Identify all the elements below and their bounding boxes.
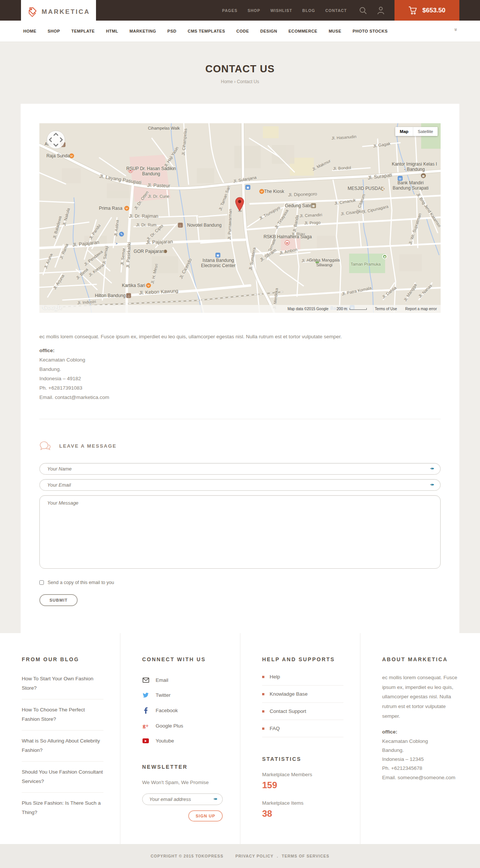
about-office-line: Email. someone@someone.com xyxy=(382,773,464,782)
dot-poi-icon xyxy=(164,250,167,253)
about-office-block: office: Kecamatan CoblongBandung.Indones… xyxy=(382,728,464,782)
social-link-email[interactable]: Email xyxy=(142,673,224,687)
blog-link[interactable]: Should You Use Fashion Consultant Servic… xyxy=(22,762,104,793)
map-label: Jl. Dr. Curie xyxy=(148,194,169,199)
main-nav: HOMESHOPTEMPLATEHTMLMARKETINGPSDCMS TEMP… xyxy=(0,21,480,42)
twitter-icon xyxy=(142,692,149,698)
google-map[interactable]: Cihampelas WalkJl. HasanudinJl. Haji Yas… xyxy=(39,123,441,313)
search-icon xyxy=(359,6,367,15)
footer-connect-column: CONNECT WITH US Email Twitter xyxy=(120,633,240,844)
newsletter-email-input[interactable] xyxy=(142,793,223,805)
about-office-label: office: xyxy=(382,728,464,737)
map-roads xyxy=(39,123,441,313)
map-type-control: Map Satellite xyxy=(395,127,438,136)
statistic-label: Marketplace Items xyxy=(262,800,344,806)
map-attribution: Map data ©2015 Google 200 m Terms of Use… xyxy=(39,305,441,313)
map-label: RSKB Halmahera Siaga xyxy=(264,234,312,239)
cart-button[interactable]: $653.50 xyxy=(394,0,459,21)
help-link[interactable]: Contact Support xyxy=(262,703,344,720)
map-label: Kantor Imigrasi Kelas I - Bandung xyxy=(391,161,438,172)
about-office-line: Indonesia – 12345 xyxy=(382,755,464,764)
main-nav-item[interactable]: ECOMMERCE xyxy=(288,29,317,33)
footer-about-column: ABOUT MARKETICA ec mollis lorem consequa… xyxy=(360,633,480,844)
main-nav-item[interactable]: DESIGN xyxy=(260,29,277,33)
google-plus-icon: g+ xyxy=(142,723,149,729)
blog-link[interactable]: How To Choose The Perfect Fashion Store? xyxy=(22,699,104,731)
office-label: office: xyxy=(39,346,441,356)
report-map-error-link[interactable]: Report a map error xyxy=(405,307,437,311)
brand-name: MARKETICA xyxy=(42,8,90,16)
main-nav-item[interactable]: SHOP xyxy=(48,29,60,33)
statistic: Marketplace Items 38 xyxy=(262,800,344,819)
privacy-policy-link[interactable]: PRIVACY POLICY xyxy=(236,854,274,858)
main-nav-item[interactable]: PHOTO STOCKS xyxy=(352,29,388,33)
main-nav-item[interactable]: HOME xyxy=(23,29,36,33)
map-label: Raja Sunda xyxy=(46,153,70,158)
social-link-twitter[interactable]: Twitter xyxy=(142,687,224,703)
submit-button[interactable]: SUBMIT xyxy=(39,594,78,606)
terms-of-services-link[interactable]: TERMS OF SERVICES xyxy=(282,854,329,858)
content-card: Cihampelas WalkJl. HasanudinJl. Haji Yas… xyxy=(21,104,459,633)
help-link[interactable]: Help xyxy=(262,668,344,686)
account-button[interactable] xyxy=(377,6,385,15)
main-nav-item[interactable]: MARKETING xyxy=(129,29,156,33)
top-nav-item[interactable]: CONTACT xyxy=(325,8,347,13)
top-nav-item[interactable]: WISHLIST xyxy=(270,8,292,13)
main-nav-item[interactable]: HTML xyxy=(106,29,118,33)
main-nav-item[interactable]: PSD xyxy=(167,29,176,33)
breadcrumb: Home › Contact Us xyxy=(0,79,480,84)
map-label: Gedung Sate xyxy=(285,203,312,208)
office-address-line: Indonesia – 49182 xyxy=(39,374,441,384)
main-nav-list: HOMESHOPTEMPLATEHTMLMARKETINGPSDCMS TEMP… xyxy=(23,29,388,33)
top-nav-item[interactable]: BLOG xyxy=(302,8,315,13)
footer-help-heading: HELP AND SUPPORTS xyxy=(262,656,344,662)
help-link[interactable]: FAQ xyxy=(262,720,344,737)
map-label: Cihampelas Walk xyxy=(148,126,180,131)
square-bullet-icon xyxy=(262,693,264,695)
map-label: RSUP Dr. Hasan Sadikin Bandung xyxy=(126,166,177,177)
main-nav-item[interactable]: CODE xyxy=(236,29,249,33)
social-link-googleplus[interactable]: g+ Google Plus xyxy=(142,718,224,734)
main-nav-item[interactable]: MUSE xyxy=(328,29,341,33)
main-nav-item[interactable]: TEMPLATE xyxy=(71,29,94,33)
send-copy-row: Send a copy of this email to you xyxy=(39,580,441,585)
main-nav-item[interactable]: CMS TEMPLATES xyxy=(188,29,225,33)
social-link-facebook[interactable]: Facebook xyxy=(142,703,224,718)
top-nav-item[interactable]: SHOP xyxy=(248,8,260,13)
map-label: Hilton Bandung xyxy=(95,293,126,298)
blog-link[interactable]: What is So Alluring About Celebrity Fash… xyxy=(22,731,104,762)
map-pan-control[interactable] xyxy=(46,130,66,149)
map-marker-icon[interactable] xyxy=(235,197,244,212)
chevron-double-down-icon[interactable]: « xyxy=(453,28,458,31)
about-office-line: Kecamatan Coblong xyxy=(382,737,464,746)
name-input[interactable] xyxy=(39,463,441,475)
signup-button[interactable]: SIGN UP xyxy=(188,810,223,822)
search-button[interactable] xyxy=(359,6,367,15)
about-office-line: Ph. +6212345678 xyxy=(382,764,464,773)
email-input[interactable] xyxy=(39,479,441,491)
breadcrumb-home[interactable]: Home xyxy=(221,79,233,84)
terms-of-use-link[interactable]: Terms of Use xyxy=(375,307,397,311)
map-label: Istana Bandung Electronic Center xyxy=(196,258,241,269)
map-type-map-button[interactable]: Map xyxy=(395,127,413,136)
statistics-heading: STATISTICS xyxy=(262,756,344,762)
map-type-satellite-button[interactable]: Satellite xyxy=(413,127,438,136)
cart-total: $653.50 xyxy=(422,7,445,14)
section-divider xyxy=(39,419,441,419)
top-nav-item[interactable]: PAGES xyxy=(222,8,237,13)
top-nav: PAGESSHOPWISHLISTBLOGCONTACT xyxy=(222,8,347,13)
blog-link[interactable]: How To Start Your Own Fashion Store? xyxy=(22,668,104,699)
map-label: GOR Pajajaran xyxy=(134,249,164,254)
map-label: Bank Mandiri Bandung Surapati xyxy=(389,180,432,191)
breadcrumb-separator: › xyxy=(234,79,236,84)
message-textarea[interactable] xyxy=(39,495,441,569)
send-copy-checkbox[interactable] xyxy=(39,580,44,585)
logo[interactable]: MARKETICA xyxy=(21,0,96,24)
office-address-line: Kecamatan Coblong xyxy=(39,356,441,365)
hotel-poi-icon: ⌂ xyxy=(126,293,131,298)
blog-link[interactable]: Plus Size Fashion: Is There Such a Thing… xyxy=(22,793,104,823)
user-icon xyxy=(377,6,385,15)
social-link-youtube[interactable]: Youtube xyxy=(142,734,224,748)
email-icon xyxy=(142,677,149,683)
help-link[interactable]: Knowladge Base xyxy=(262,686,344,703)
